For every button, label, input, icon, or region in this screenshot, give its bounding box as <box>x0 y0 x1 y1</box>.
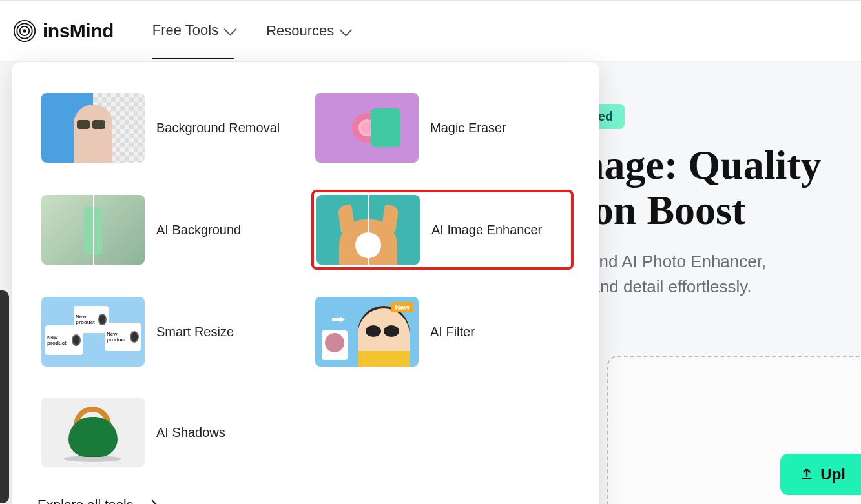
logo-icon <box>13 19 36 43</box>
hero-title-line1: nage: Quality <box>581 143 822 188</box>
nav-free-tools-label: Free Tools <box>152 22 218 39</box>
logo[interactable]: insMind <box>13 19 114 43</box>
explore-all-tools-link[interactable]: Explore all tools <box>37 497 574 504</box>
tool-label: AI Background <box>156 223 241 237</box>
nav-resources-label: Resources <box>266 23 334 39</box>
hero-title-line2: ion Boost <box>581 188 822 233</box>
tool-ai-shadows[interactable]: AI Shadows <box>37 394 300 471</box>
upload-icon <box>800 467 814 481</box>
tool-thumb-bg-removal <box>41 93 145 163</box>
tool-label: AI Filter <box>430 325 475 339</box>
tool-thumb-ai-enhancer <box>316 195 420 265</box>
tool-ai-image-enhancer[interactable]: AI Image Enhancer <box>311 190 574 270</box>
tool-label: AI Shadows <box>156 425 225 440</box>
nav: Free Tools Resources <box>152 3 349 59</box>
tool-label: Smart Resize <box>156 325 234 339</box>
logo-text: insMind <box>43 20 114 42</box>
tool-thumb-ai-filter: New <box>315 297 419 367</box>
tool-magic-eraser[interactable]: Magic Eraser <box>311 89 574 166</box>
hero-desc-line1: Mind AI Photo Enhancer, <box>581 249 766 274</box>
explore-label: Explore all tools <box>37 497 133 504</box>
tool-thumb-ai-background <box>41 195 145 265</box>
new-badge: New <box>391 302 413 312</box>
tool-label: Magic Eraser <box>430 121 506 136</box>
free-tools-dropdown: Background Removal Magic Eraser AI Backg… <box>12 62 599 504</box>
tool-ai-background[interactable]: AI Background <box>37 190 300 270</box>
tool-label: AI Image Enhancer <box>431 223 542 237</box>
tool-thumb-magic-eraser <box>315 93 419 163</box>
comparison-slider-preview <box>0 290 9 503</box>
tool-background-removal[interactable]: Background Removal <box>37 89 300 166</box>
hero-title: nage: Quality ion Boost <box>581 143 822 234</box>
topbar: insMind Free Tools Resources <box>0 0 861 62</box>
tool-smart-resize[interactable]: New product New product New product Smar… <box>37 293 300 370</box>
upload-dropzone[interactable]: Upl <box>607 356 861 504</box>
tool-thumb-smart-resize: New product New product New product <box>41 297 145 367</box>
nav-resources[interactable]: Resources <box>266 3 349 59</box>
tool-thumb-ai-shadows <box>41 398 145 467</box>
tool-label: Background Removal <box>156 121 280 136</box>
upload-button[interactable]: Upl <box>780 454 861 495</box>
svg-point-3 <box>23 29 26 32</box>
chevron-down-icon <box>340 24 353 37</box>
upload-label: Upl <box>820 465 845 483</box>
tool-ai-filter[interactable]: New AI Filter <box>311 293 574 370</box>
hero-desc-line2: , and detail effortlessly. <box>581 274 766 299</box>
hero-description: Mind AI Photo Enhancer, , and detail eff… <box>581 249 766 299</box>
chevron-down-icon <box>224 23 237 36</box>
nav-free-tools[interactable]: Free Tools <box>152 3 234 59</box>
